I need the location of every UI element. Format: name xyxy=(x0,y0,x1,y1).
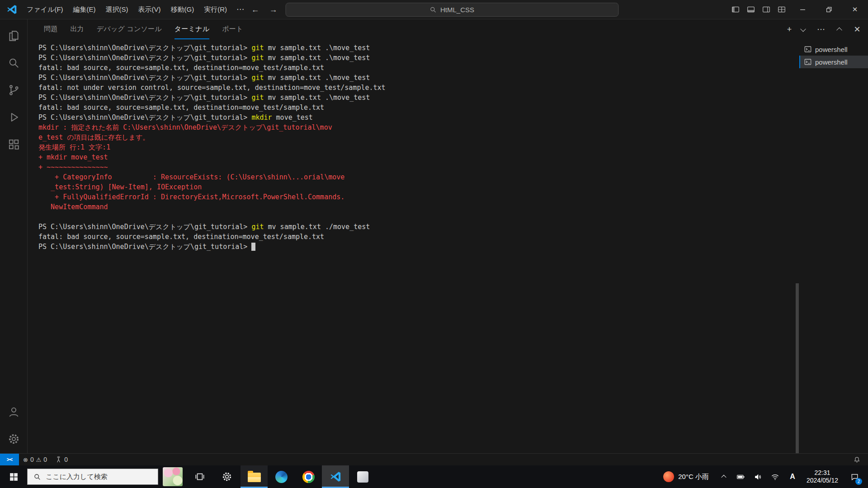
error-icon: ⊗ xyxy=(23,456,28,463)
ports-indicator[interactable]: 0 xyxy=(51,454,72,465)
panel-tab-debug-console[interactable]: デバッグ コンソール xyxy=(97,19,162,39)
terminal-line: PS C:\Users\shinn\OneDrive\デスクトップ\git_tu… xyxy=(38,73,799,83)
notification-badge: 2 xyxy=(855,478,862,485)
warning-count: 0 xyxy=(43,456,47,463)
close-button[interactable]: ✕ xyxy=(842,0,868,19)
menu-item-3[interactable]: 表示(V) xyxy=(133,0,166,19)
edge-button[interactable] xyxy=(268,465,295,488)
ports-count: 0 xyxy=(64,456,68,463)
run-debug-icon[interactable] xyxy=(0,103,27,131)
settings-app-button[interactable] xyxy=(213,465,241,488)
terminal-line: + FullyQualifiedErrorId : DirectoryExist… xyxy=(38,192,799,202)
task-view-icon xyxy=(194,471,206,483)
search-icon[interactable] xyxy=(0,49,27,76)
search-icon xyxy=(33,473,41,481)
task-view-button[interactable] xyxy=(186,465,213,488)
action-center-button[interactable]: 2 xyxy=(844,465,865,488)
customize-layout-button[interactable] xyxy=(774,3,789,16)
panel-controls: + ⋯ ✕ xyxy=(784,19,863,39)
terminal-line xyxy=(38,212,799,222)
menu-item-1[interactable]: 編集(E) xyxy=(68,0,101,19)
menu-item-4[interactable]: 移動(G) xyxy=(166,0,199,19)
weather-icon xyxy=(663,471,674,482)
new-terminal-button[interactable]: + xyxy=(784,24,795,35)
accounts-icon[interactable] xyxy=(0,398,27,425)
terminal-label: powershell xyxy=(815,46,848,53)
vscode-button[interactable] xyxy=(322,465,349,488)
menu-more-button[interactable]: ⋯ xyxy=(232,0,249,19)
close-panel-button[interactable]: ✕ xyxy=(852,24,863,35)
panel-more-actions-button[interactable]: ⋯ xyxy=(816,24,826,35)
weather-widget[interactable]: 20°C 小雨 xyxy=(657,465,715,488)
pinned-app-button[interactable] xyxy=(349,465,376,488)
minimize-button[interactable] xyxy=(789,0,816,19)
terminal-line: NewItemCommand xyxy=(38,202,799,212)
search-highlight-tile[interactable] xyxy=(159,465,186,488)
toggle-secondary-sidebar-button[interactable] xyxy=(759,3,774,16)
terminal-scrollbar[interactable] xyxy=(796,283,799,453)
terminal-line: PS C:\Users\shinn\OneDrive\デスクトップ\git_tu… xyxy=(38,242,799,252)
battery-indicator[interactable] xyxy=(732,465,750,488)
nav-forward-button[interactable]: → xyxy=(268,5,279,14)
extensions-icon[interactable] xyxy=(0,131,27,158)
restore-panel-size-button[interactable] xyxy=(834,24,844,35)
terminal-line: 発生場所 行:1 文字:1 xyxy=(38,142,799,152)
gear-icon xyxy=(221,471,233,483)
edge-icon xyxy=(275,471,288,483)
terminal-line: + CategoryInfo : ResourceExists: (C:\Use… xyxy=(38,172,799,182)
panel-tab-ports[interactable]: ポート xyxy=(222,19,243,39)
network-indicator[interactable] xyxy=(767,465,784,488)
panel-tab-output[interactable]: 出力 xyxy=(70,19,84,39)
toggle-sidebar-button[interactable] xyxy=(728,3,743,16)
app-body: 問題出力デバッグ コンソールターミナルポート + ⋯ ✕ PS C:\Users… xyxy=(0,19,868,453)
speaker-icon xyxy=(754,473,762,481)
taskbar: ここに入力して検索 20°C 小雨 xyxy=(0,465,868,488)
explorer-icon[interactable] xyxy=(0,22,27,49)
terminal[interactable]: PS C:\Users\shinn\OneDrive\デスクトップ\git_tu… xyxy=(28,39,799,453)
terminal-line: PS C:\Users\shinn\OneDrive\デスクトップ\git_tu… xyxy=(38,113,799,122)
terminal-line: PS C:\Users\shinn\OneDrive\デスクトップ\git_tu… xyxy=(38,222,799,232)
terminal-profile-dropdown[interactable] xyxy=(797,24,808,35)
status-bar: >< ⊗ 0 ⚠ 0 0 xyxy=(0,453,868,465)
radio-tower-icon xyxy=(55,456,62,463)
ime-mode-indicator[interactable]: A xyxy=(784,465,801,488)
menu-item-2[interactable]: 選択(S) xyxy=(101,0,133,19)
terminal-list-item-0[interactable]: powershell xyxy=(799,43,868,56)
terminal-line: fatal: bad source, source=sample.txt, de… xyxy=(38,232,799,242)
panel-tab-terminal[interactable]: ターミナル xyxy=(175,19,209,39)
wifi-icon xyxy=(771,473,779,481)
start-button[interactable] xyxy=(0,465,27,488)
chrome-icon xyxy=(302,471,315,483)
restore-button[interactable] xyxy=(816,0,842,19)
panel-tab-problems[interactable]: 問題 xyxy=(44,19,57,39)
title-bar: ファイル(F)編集(E)選択(S)表示(V)移動(G)実行(R) ⋯ ← → H… xyxy=(0,0,868,19)
source-control-icon[interactable] xyxy=(0,76,27,103)
taskbar-search-box[interactable]: ここに入力して検索 xyxy=(27,469,158,485)
remote-indicator[interactable]: >< xyxy=(0,454,19,465)
clock-time: 22:31 xyxy=(807,469,838,477)
terminal-line: PS C:\Users\shinn\OneDrive\デスクトップ\git_tu… xyxy=(38,43,799,53)
file-explorer-button[interactable] xyxy=(241,465,268,488)
toggle-panel-button[interactable] xyxy=(743,3,759,16)
folder-icon xyxy=(248,473,261,482)
menu-item-0[interactable]: ファイル(F) xyxy=(22,0,68,19)
nav-back-button[interactable]: ← xyxy=(250,5,261,14)
settings-gear-icon[interactable] xyxy=(0,425,27,452)
pinned-app-icon xyxy=(357,471,368,483)
panel-area: 問題出力デバッグ コンソールターミナルポート + ⋯ ✕ PS C:\Users… xyxy=(28,19,868,453)
title-bar-right: ✕ xyxy=(728,0,868,19)
system-tray: 20°C 小雨 A 22:31 2024/05/12 2 xyxy=(657,465,868,488)
terminal-line: fatal: bad source, source=sample.txt, de… xyxy=(38,63,799,73)
chevron-up-icon xyxy=(721,475,726,480)
terminal-list-item-1[interactable]: powershell xyxy=(799,56,868,68)
terminal-line: PS C:\Users\shinn\OneDrive\デスクトップ\git_tu… xyxy=(38,53,799,63)
menu-item-5[interactable]: 実行(R) xyxy=(199,0,232,19)
notifications-bell[interactable] xyxy=(849,456,864,463)
tray-expand-button[interactable] xyxy=(715,465,732,488)
clock[interactable]: 22:31 2024/05/12 xyxy=(801,469,844,484)
menu-bar: ファイル(F)編集(E)選択(S)表示(V)移動(G)実行(R) xyxy=(22,0,232,19)
volume-indicator[interactable] xyxy=(750,465,767,488)
command-center[interactable]: HtML_CSS xyxy=(286,3,619,17)
problems-indicator[interactable]: ⊗ 0 ⚠ 0 xyxy=(19,454,51,465)
chrome-button[interactable] xyxy=(295,465,322,488)
